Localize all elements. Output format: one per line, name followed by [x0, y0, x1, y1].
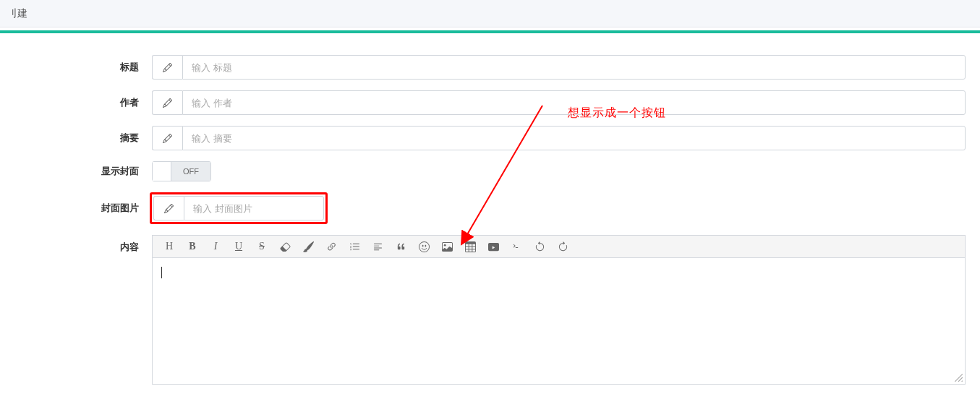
- bold-button[interactable]: B: [182, 237, 203, 256]
- summary-input[interactable]: [182, 126, 966, 150]
- eraser-icon[interactable]: [274, 237, 296, 256]
- pencil-icon: [152, 55, 182, 80]
- svg-line-2: [962, 381, 963, 382]
- list-icon[interactable]: [344, 237, 365, 256]
- toggle-knob: [153, 162, 171, 181]
- row-cover-image: 封面图片: [14, 192, 966, 224]
- redo-icon[interactable]: [552, 237, 574, 256]
- brush-icon[interactable]: [297, 237, 319, 256]
- resize-handle-icon[interactable]: [953, 372, 963, 382]
- form-wrapper: 标题 作者: [0, 33, 980, 385]
- pencil-icon: [153, 196, 184, 220]
- show-cover-toggle[interactable]: OFF: [152, 161, 211, 181]
- label-author: 作者: [14, 96, 152, 109]
- editor-body[interactable]: [152, 258, 966, 385]
- text-cursor: [161, 267, 162, 278]
- cover-image-input[interactable]: [184, 196, 324, 220]
- quote-icon[interactable]: [390, 237, 412, 256]
- pencil-icon: [152, 90, 182, 115]
- image-icon[interactable]: [436, 237, 458, 256]
- undo-icon[interactable]: [529, 237, 550, 256]
- align-icon[interactable]: [367, 237, 388, 256]
- title-input[interactable]: [182, 55, 966, 80]
- table-icon[interactable]: [459, 237, 481, 256]
- emoji-icon[interactable]: [413, 237, 435, 256]
- editor-toolbar: H B I U S: [152, 235, 966, 258]
- terminal-icon[interactable]: [506, 237, 527, 256]
- link-icon[interactable]: [320, 237, 342, 256]
- label-cover-image: 封面图片: [14, 202, 152, 215]
- toggle-state-label: OFF: [171, 162, 210, 181]
- highlight-annotation-box: [150, 192, 328, 224]
- author-input[interactable]: [182, 90, 966, 115]
- video-icon[interactable]: [482, 237, 504, 256]
- label-content: 内容: [14, 235, 152, 254]
- strikethrough-button[interactable]: S: [251, 237, 273, 256]
- label-show-cover: 显示封面: [14, 165, 152, 178]
- label-title: 标题: [14, 61, 152, 74]
- row-content: 内容 H B I U S: [14, 235, 966, 385]
- label-summary: 摘要: [14, 132, 152, 145]
- svg-line-0: [955, 374, 963, 382]
- breadcrumb-text: 刂建: [7, 7, 27, 20]
- pencil-icon: [152, 126, 182, 150]
- heading-button[interactable]: H: [158, 237, 180, 256]
- row-show-cover: 显示封面 OFF: [14, 161, 966, 181]
- row-summary: 摘要: [14, 126, 966, 150]
- row-author: 作者: [14, 90, 966, 115]
- italic-button[interactable]: I: [205, 237, 226, 256]
- row-title: 标题: [14, 55, 966, 80]
- header-bar: 刂建: [0, 0, 980, 27]
- underline-button[interactable]: U: [228, 237, 250, 256]
